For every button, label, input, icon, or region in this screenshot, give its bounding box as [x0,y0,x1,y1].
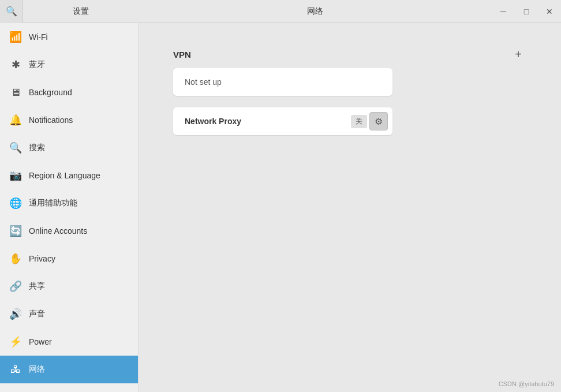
sidebar-item-wifi[interactable]: 📶 Wi-Fi [0,23,138,51]
sidebar-item-label: 蓝牙 [29,59,45,70]
content-area: VPN + Not set up Network Proxy 关 ⚙ [139,23,561,392]
sidebar-item-search[interactable]: 🔍 搜索 [0,134,138,162]
sidebar-item-label: Wi-Fi [29,32,48,42]
sidebar-item-region[interactable]: 📷 Region & Language [0,162,138,189]
wifi-icon: 📶 [9,31,22,43]
background-icon: 🖥 [9,87,22,99]
sidebar-item-share[interactable]: 🔗 共享 [0,272,138,300]
vpn-not-setup-card: Not set up [173,68,392,96]
notifications-icon: 🔔 [9,114,22,126]
network-proxy-status: 关 [351,115,367,128]
sidebar-item-accessibility[interactable]: 🌐 通用辅助功能 [0,189,138,217]
sidebar-item-bluetooth[interactable]: ✱ 蓝牙 [0,51,138,79]
vpn-add-button[interactable]: + [510,46,526,62]
region-icon: 📷 [9,169,22,182]
sidebar-item-network[interactable]: 🖧 网络 [0,356,138,383]
bluetooth-icon: ✱ [9,58,22,71]
sidebar-item-label: Power [29,337,52,346]
vpn-section-header: VPN + [173,46,526,62]
sidebar-item-sound[interactable]: 🔊 声音 [0,300,138,328]
network-proxy-section: Network Proxy 关 ⚙ [173,107,526,135]
sidebar: 📶 Wi-Fi ✱ 蓝牙 🖥 Background 🔔 Notification… [0,23,139,392]
network-proxy-label: Network Proxy [173,107,351,135]
sidebar-item-label: 搜索 [29,143,45,153]
online-accounts-icon: 🔄 [9,225,22,237]
minimize-button[interactable]: ─ [492,0,515,23]
sidebar-item-online-accounts[interactable]: 🔄 Online Accounts [0,217,138,245]
sidebar-item-label: Region & Language [29,171,100,180]
sidebar-item-label: Notifications [29,115,73,125]
gear-icon: ⚙ [375,116,383,127]
search-button[interactable]: 🔍 [0,0,23,23]
sidebar-item-privacy[interactable]: ✋ Privacy [0,245,138,272]
sidebar-item-power[interactable]: ⚡ Power [0,328,138,356]
sidebar-item-background[interactable]: 🖥 Background [0,79,138,106]
close-button[interactable]: ✕ [538,0,561,23]
search-icon: 🔍 [6,6,17,17]
window-title: 网络 [139,6,492,17]
network-proxy-settings-button[interactable]: ⚙ [369,112,388,130]
network-proxy-controls: 关 ⚙ [351,112,392,130]
sidebar-item-label: 声音 [29,309,45,319]
accessibility-icon: 🌐 [9,197,22,210]
vpn-section: VPN + Not set up [173,46,526,96]
network-proxy-card: Network Proxy 关 ⚙ [173,107,392,135]
share-icon: 🔗 [9,280,22,293]
sidebar-item-label: Background [29,88,72,97]
footer-watermark: CSDN @yitahutu79 [499,380,554,387]
main-layout: 📶 Wi-Fi ✱ 蓝牙 🖥 Background 🔔 Notification… [0,23,561,392]
sound-icon: 🔊 [9,308,22,320]
search-icon: 🔍 [9,141,22,154]
maximize-button[interactable]: □ [515,0,538,23]
sidebar-item-label: Online Accounts [29,226,87,236]
sidebar-item-notifications[interactable]: 🔔 Notifications [0,106,138,134]
network-icon: 🖧 [9,364,22,376]
window-controls: ─ □ ✕ [492,0,561,23]
privacy-icon: ✋ [9,252,22,265]
titlebar: 🔍 设置 网络 ─ □ ✕ [0,0,561,23]
power-icon: ⚡ [9,335,22,348]
sidebar-item-label: Privacy [29,254,55,263]
vpn-not-setup-text: Not set up [185,77,222,87]
sidebar-item-label: 共享 [29,281,45,292]
settings-title: 设置 [23,6,139,17]
sidebar-item-label: 网络 [29,364,45,375]
sidebar-item-label: 通用辅助功能 [29,198,77,208]
vpn-title: VPN [173,50,191,59]
